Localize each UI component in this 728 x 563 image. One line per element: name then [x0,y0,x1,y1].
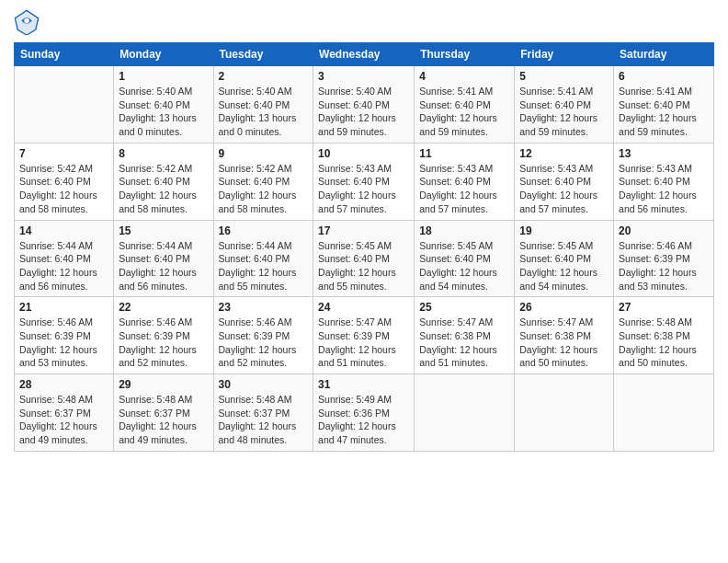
day-cell: 4Sunrise: 5:41 AMSunset: 6:40 PMDaylight… [415,66,515,144]
day-cell: 17Sunrise: 5:45 AMSunset: 6:40 PMDayligh… [313,220,415,297]
day-cell: 24Sunrise: 5:47 AMSunset: 6:39 PMDayligh… [313,297,415,374]
calendar-table: SundayMondayTuesdayWednesdayThursdayFrid… [14,42,714,452]
day-number: 29 [119,378,208,391]
day-info: Sunrise: 5:48 AMSunset: 6:37 PMDaylight:… [119,393,208,447]
day-info: Sunrise: 5:40 AMSunset: 6:40 PMDaylight:… [119,85,208,139]
logo [14,9,43,35]
col-header-tuesday: Tuesday [213,43,313,66]
day-info: Sunrise: 5:46 AMSunset: 6:39 PMDaylight:… [219,316,309,370]
col-header-friday: Friday [515,43,614,66]
day-cell: 11Sunrise: 5:43 AMSunset: 6:40 PMDayligh… [415,143,515,220]
day-cell: 25Sunrise: 5:47 AMSunset: 6:38 PMDayligh… [415,297,515,374]
svg-point-2 [24,18,29,24]
day-number: 19 [519,224,609,237]
day-number: 15 [119,224,208,237]
col-header-saturday: Saturday [614,43,714,66]
day-number: 12 [519,147,609,160]
day-number: 11 [419,147,509,160]
day-number: 3 [318,70,409,83]
day-cell: 3Sunrise: 5:40 AMSunset: 6:40 PMDaylight… [313,66,415,144]
day-cell: 14Sunrise: 5:44 AMSunset: 6:40 PMDayligh… [15,220,114,297]
day-cell: 13Sunrise: 5:43 AMSunset: 6:40 PMDayligh… [614,143,714,220]
day-number: 13 [619,147,709,160]
day-info: Sunrise: 5:44 AMSunset: 6:40 PMDaylight:… [119,239,208,293]
week-row-1: 1Sunrise: 5:40 AMSunset: 6:40 PMDaylight… [15,66,714,144]
day-number: 18 [419,224,509,237]
col-header-monday: Monday [114,43,213,66]
day-info: Sunrise: 5:46 AMSunset: 6:39 PMDaylight:… [619,239,709,293]
day-cell: 8Sunrise: 5:42 AMSunset: 6:40 PMDaylight… [114,143,213,220]
day-cell: 28Sunrise: 5:48 AMSunset: 6:37 PMDayligh… [15,374,114,452]
day-info: Sunrise: 5:42 AMSunset: 6:40 PMDaylight:… [19,162,108,216]
day-info: Sunrise: 5:48 AMSunset: 6:38 PMDaylight:… [619,316,709,370]
day-cell: 15Sunrise: 5:44 AMSunset: 6:40 PMDayligh… [114,220,213,297]
day-number: 2 [219,70,309,83]
day-info: Sunrise: 5:43 AMSunset: 6:40 PMDaylight:… [318,162,409,216]
day-info: Sunrise: 5:46 AMSunset: 6:39 PMDaylight:… [19,316,108,370]
calendar-header-row: SundayMondayTuesdayWednesdayThursdayFrid… [15,43,714,66]
day-info: Sunrise: 5:47 AMSunset: 6:39 PMDaylight:… [318,316,409,370]
week-row-3: 14Sunrise: 5:44 AMSunset: 6:40 PMDayligh… [15,220,714,297]
day-info: Sunrise: 5:46 AMSunset: 6:39 PMDaylight:… [119,316,208,370]
day-info: Sunrise: 5:41 AMSunset: 6:40 PMDaylight:… [519,85,609,139]
day-cell: 12Sunrise: 5:43 AMSunset: 6:40 PMDayligh… [515,143,614,220]
day-number: 31 [318,378,409,391]
col-header-sunday: Sunday [15,43,114,66]
day-number: 26 [519,301,609,314]
week-row-4: 21Sunrise: 5:46 AMSunset: 6:39 PMDayligh… [15,297,714,374]
day-number: 17 [318,224,409,237]
day-info: Sunrise: 5:49 AMSunset: 6:36 PMDaylight:… [318,393,409,447]
day-cell: 19Sunrise: 5:45 AMSunset: 6:40 PMDayligh… [515,220,614,297]
day-number: 6 [619,70,709,83]
day-info: Sunrise: 5:41 AMSunset: 6:40 PMDaylight:… [419,85,509,139]
day-info: Sunrise: 5:43 AMSunset: 6:40 PMDaylight:… [519,162,609,216]
day-cell: 9Sunrise: 5:42 AMSunset: 6:40 PMDaylight… [213,143,313,220]
day-number: 22 [119,301,208,314]
day-cell: 10Sunrise: 5:43 AMSunset: 6:40 PMDayligh… [313,143,415,220]
day-number: 24 [318,301,409,314]
day-cell [614,374,714,452]
day-info: Sunrise: 5:41 AMSunset: 6:40 PMDaylight:… [619,85,709,139]
day-cell: 26Sunrise: 5:47 AMSunset: 6:38 PMDayligh… [515,297,614,374]
day-info: Sunrise: 5:45 AMSunset: 6:40 PMDaylight:… [318,239,409,293]
day-number: 20 [619,224,709,237]
header [14,9,714,35]
day-info: Sunrise: 5:43 AMSunset: 6:40 PMDaylight:… [619,162,709,216]
day-cell: 20Sunrise: 5:46 AMSunset: 6:39 PMDayligh… [614,220,714,297]
day-cell: 29Sunrise: 5:48 AMSunset: 6:37 PMDayligh… [114,374,213,452]
day-cell: 2Sunrise: 5:40 AMSunset: 6:40 PMDaylight… [213,66,313,144]
day-cell [415,374,515,452]
day-number: 14 [19,224,108,237]
day-number: 16 [219,224,309,237]
day-cell: 5Sunrise: 5:41 AMSunset: 6:40 PMDaylight… [515,66,614,144]
col-header-thursday: Thursday [415,43,515,66]
day-number: 21 [19,301,108,314]
day-info: Sunrise: 5:47 AMSunset: 6:38 PMDaylight:… [419,316,509,370]
day-number: 23 [219,301,309,314]
day-number: 30 [219,378,309,391]
day-info: Sunrise: 5:42 AMSunset: 6:40 PMDaylight:… [119,162,208,216]
day-info: Sunrise: 5:48 AMSunset: 6:37 PMDaylight:… [19,393,108,447]
page: SundayMondayTuesdayWednesdayThursdayFrid… [0,0,728,563]
day-cell: 23Sunrise: 5:46 AMSunset: 6:39 PMDayligh… [213,297,313,374]
day-cell [15,66,114,144]
logo-icon [14,9,40,35]
day-number: 9 [219,147,309,160]
day-info: Sunrise: 5:44 AMSunset: 6:40 PMDaylight:… [219,239,309,293]
day-info: Sunrise: 5:48 AMSunset: 6:37 PMDaylight:… [219,393,309,447]
day-number: 4 [419,70,509,83]
day-cell: 7Sunrise: 5:42 AMSunset: 6:40 PMDaylight… [15,143,114,220]
day-number: 7 [19,147,108,160]
day-cell: 21Sunrise: 5:46 AMSunset: 6:39 PMDayligh… [15,297,114,374]
day-info: Sunrise: 5:42 AMSunset: 6:40 PMDaylight:… [219,162,309,216]
day-number: 28 [19,378,108,391]
day-info: Sunrise: 5:47 AMSunset: 6:38 PMDaylight:… [519,316,609,370]
day-info: Sunrise: 5:43 AMSunset: 6:40 PMDaylight:… [419,162,509,216]
day-cell: 16Sunrise: 5:44 AMSunset: 6:40 PMDayligh… [213,220,313,297]
day-number: 5 [519,70,609,83]
day-number: 25 [419,301,509,314]
day-cell: 31Sunrise: 5:49 AMSunset: 6:36 PMDayligh… [313,374,415,452]
day-cell: 27Sunrise: 5:48 AMSunset: 6:38 PMDayligh… [614,297,714,374]
day-number: 8 [119,147,208,160]
day-cell [515,374,614,452]
